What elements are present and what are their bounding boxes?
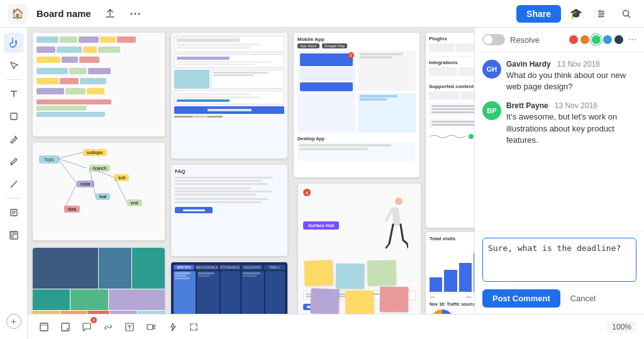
svg-line-10 bbox=[628, 15, 630, 17]
video-tool[interactable] bbox=[142, 318, 160, 336]
svg-point-8 bbox=[599, 15, 601, 17]
sticky-note-tool[interactable] bbox=[57, 318, 74, 336]
cancel-button[interactable]: Cancel bbox=[565, 289, 601, 308]
pie-chart bbox=[430, 308, 455, 314]
svg-point-31 bbox=[395, 197, 402, 205]
color-dot-blue[interactable] bbox=[603, 35, 612, 44]
board-name: Board name bbox=[33, 8, 95, 19]
color-dot-dark[interactable] bbox=[614, 35, 623, 44]
settings-icon bbox=[596, 9, 606, 19]
comment-text-1: What do you think about our new web page… bbox=[506, 70, 636, 92]
board-thumb-4[interactable] bbox=[171, 33, 287, 158]
search-button[interactable] bbox=[616, 4, 636, 24]
board-thumb-7[interactable]: Mobile App App Store Google Play 1 bbox=[294, 33, 419, 177]
svg-rect-21 bbox=[11, 233, 14, 235]
hand-tool[interactable] bbox=[4, 33, 24, 53]
connector-lines bbox=[33, 143, 165, 240]
svg-point-7 bbox=[602, 13, 604, 14]
pencil-tool[interactable] bbox=[4, 152, 24, 172]
more-icon bbox=[130, 13, 140, 15]
svg-rect-13 bbox=[11, 113, 17, 119]
svg-line-26 bbox=[58, 158, 77, 184]
svg-rect-41 bbox=[147, 325, 153, 330]
hand-icon bbox=[9, 38, 19, 48]
frame-select-tool[interactable] bbox=[35, 318, 53, 336]
color-selector: ··· bbox=[569, 34, 636, 45]
sticky-note-icon bbox=[61, 323, 70, 331]
line-icon bbox=[9, 180, 18, 189]
comment-panel: Resolve ··· GH Gavin Hardy 13 Nov 2018 W… bbox=[474, 28, 644, 314]
more-options-button[interactable]: ··· bbox=[628, 34, 636, 45]
post-comment-button[interactable]: Post Comment bbox=[482, 289, 560, 308]
comment-text-2: It's awesome, but let's work on illustra… bbox=[506, 111, 636, 146]
comment-date-2: 13 Nov 2018 bbox=[555, 101, 597, 110]
frame-icon bbox=[9, 231, 18, 240]
board-thumb-6[interactable]: SPECIFIC MEASURABLE ATTAINABLE RELEVANT … bbox=[171, 262, 287, 314]
svg-point-2 bbox=[138, 13, 140, 14]
svg-line-29 bbox=[64, 184, 77, 209]
comment-list: GH Gavin Hardy 13 Nov 2018 What do you t… bbox=[475, 52, 644, 231]
comment-actions: Post Comment Cancel bbox=[482, 289, 636, 308]
svg-rect-37 bbox=[62, 323, 69, 331]
search-icon bbox=[621, 9, 631, 19]
share-button[interactable]: Share bbox=[516, 5, 561, 23]
color-dot-red[interactable] bbox=[569, 35, 578, 44]
comment-item-1: GH Gavin Hardy 13 Nov 2018 What do you t… bbox=[482, 60, 636, 92]
svg-rect-35 bbox=[40, 323, 48, 331]
sidebar-divider-1 bbox=[6, 79, 21, 80]
comment-avatar-2: BP bbox=[482, 101, 501, 120]
text-box-tool[interactable] bbox=[121, 318, 138, 336]
text-tool[interactable] bbox=[4, 84, 24, 104]
note-tool[interactable] bbox=[4, 203, 24, 223]
pencil-icon bbox=[9, 157, 18, 166]
shape-tool[interactable] bbox=[4, 106, 24, 126]
color-dot-green[interactable] bbox=[592, 35, 601, 44]
settings-button[interactable] bbox=[591, 4, 611, 24]
pen-icon bbox=[9, 135, 18, 143]
expand-icon bbox=[189, 323, 198, 331]
comment-date-1: 13 Nov 2018 bbox=[557, 60, 600, 69]
top-toolbar: 🏠 Board name Share 🎓 bbox=[0, 0, 644, 28]
upload-icon bbox=[105, 9, 115, 19]
board-thumb-1[interactable] bbox=[33, 33, 165, 136]
pen-tool[interactable] bbox=[4, 129, 24, 149]
spark-tool[interactable] bbox=[164, 318, 181, 336]
line-tool[interactable] bbox=[4, 174, 24, 194]
sidebar-divider-2 bbox=[6, 198, 21, 199]
comment-meta-2: Brett Payne 13 Nov 2018 bbox=[506, 101, 636, 110]
comment-badge: 2 bbox=[91, 317, 97, 323]
home-button[interactable]: 🏠 bbox=[8, 4, 28, 24]
comment-meta-1: Gavin Hardy 13 Nov 2018 bbox=[506, 60, 636, 69]
svg-line-28 bbox=[89, 168, 96, 196]
frame-tool[interactable] bbox=[4, 225, 24, 245]
comment-tool[interactable]: 2 bbox=[78, 318, 96, 336]
svg-point-6 bbox=[599, 10, 601, 12]
board-thumb-5[interactable]: FAQ bbox=[171, 165, 287, 256]
zoom-level: 100% bbox=[607, 321, 636, 333]
expand-tool[interactable] bbox=[185, 318, 203, 336]
text-box-icon bbox=[125, 323, 134, 331]
svg-line-32 bbox=[386, 243, 389, 248]
comment-textarea[interactable]: Sure, what is the deadline? bbox=[482, 238, 636, 282]
board-thumb-3[interactable] bbox=[33, 248, 165, 314]
link-tool[interactable] bbox=[99, 318, 117, 336]
svg-line-27 bbox=[89, 168, 114, 177]
svg-point-0 bbox=[130, 13, 132, 14]
resolve-label: Resolve bbox=[510, 35, 540, 45]
more-button[interactable] bbox=[125, 4, 145, 24]
svg-rect-22 bbox=[14, 233, 16, 235]
link-icon bbox=[104, 323, 113, 331]
cursor-tool[interactable] bbox=[4, 55, 24, 75]
svg-rect-23 bbox=[11, 236, 13, 238]
color-dot-orange[interactable] bbox=[580, 35, 589, 44]
template-button[interactable]: 🎓 bbox=[566, 4, 586, 24]
frame-select-icon bbox=[39, 322, 49, 332]
resolve-toggle[interactable] bbox=[482, 34, 505, 45]
comment-author-1: Gavin Hardy bbox=[506, 60, 551, 69]
video-icon bbox=[147, 323, 155, 331]
text-icon bbox=[9, 89, 18, 98]
add-tool-button[interactable]: + bbox=[6, 314, 21, 329]
upload-button[interactable] bbox=[100, 4, 120, 24]
board-thumb-2[interactable]: Topic subtopic branch node sub leaf idea… bbox=[33, 143, 165, 240]
svg-line-25 bbox=[58, 158, 86, 168]
